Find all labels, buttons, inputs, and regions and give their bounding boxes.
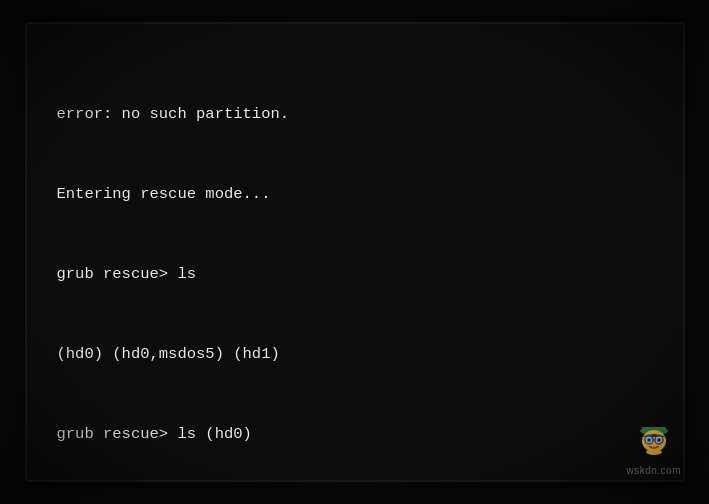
terminal-line-3: grub rescue> ls: [57, 261, 653, 288]
watermark-text: wskdn.com: [626, 465, 681, 476]
terminal-line-2: Entering rescue mode...: [57, 181, 653, 208]
terminal-window: error: no such partition. Entering rescu…: [25, 22, 685, 482]
svg-point-10: [646, 449, 662, 455]
terminal-line-5: grub rescue> ls (hd0): [57, 421, 653, 448]
terminal-line-4: (hd0) (hd0,msdos5) (hd1): [57, 341, 653, 368]
watermark: wskdn.com: [626, 419, 681, 476]
mascot-icon: [632, 419, 676, 463]
screen: error: no such partition. Entering rescu…: [0, 0, 709, 504]
terminal-line-1: error: no such partition.: [57, 101, 653, 128]
svg-point-7: [648, 439, 650, 441]
terminal-output: error: no such partition. Entering rescu…: [57, 48, 653, 504]
svg-point-8: [658, 439, 660, 441]
